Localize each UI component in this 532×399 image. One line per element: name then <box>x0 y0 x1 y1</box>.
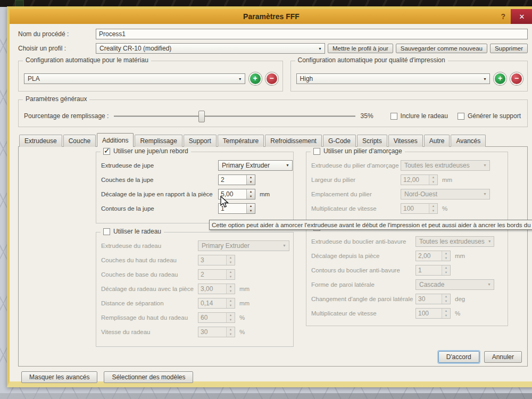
include-raft-checkbox[interactable] <box>390 113 397 120</box>
ooze-outlines-stepper: 1 ▲▼ <box>415 265 451 276</box>
save-as-new-button[interactable]: Sauvegarder comme nouveau <box>396 44 487 53</box>
skirt-layers-stepper[interactable]: 2 ▲▼ <box>218 174 255 185</box>
pillar-location-value: Nord-Ouest <box>404 190 437 198</box>
chevron-down-icon: ▼ <box>483 77 487 81</box>
footer-row: Masquer les avancés Sélectionner des mod… <box>18 371 528 383</box>
general-settings-group: Paramètres généraux Pourcentage de rempl… <box>18 99 528 127</box>
tab-autre[interactable]: Autre <box>424 135 450 147</box>
chevron-down-icon: ▼ <box>487 282 491 286</box>
hide-advanced-button[interactable]: Masquer les avancés <box>21 371 97 383</box>
pillar-extruder-label: Extrudeuse du pilier d'amorçage <box>311 162 401 169</box>
material-select[interactable]: PLA ▼ <box>24 73 245 84</box>
mouse-cursor <box>219 196 231 209</box>
ooze-offset-stepper: 2,00 ▲▼ <box>415 251 451 261</box>
dialog-title: Paramètres FFF <box>243 12 300 21</box>
help-icon[interactable]: ? <box>501 9 505 24</box>
pillar-group-title: Utiliser un pilier d'amorçage <box>323 147 402 155</box>
profile-select[interactable]: Creality CR-10 (modified) ▼ <box>96 43 325 54</box>
tab-temperature[interactable]: Température <box>218 135 264 147</box>
pillar-extruder-value: Toutes les extrudeuses <box>404 162 470 169</box>
generate-support-option[interactable]: Générer le support <box>458 112 521 120</box>
remove-quality-button[interactable]: − <box>510 72 523 85</box>
spinner-down-icon[interactable]: ▼ <box>247 194 255 199</box>
chevron-down-icon: ▼ <box>318 47 322 51</box>
spinner-up-icon: ▲ <box>429 204 437 209</box>
tab-remplissage[interactable]: Remplissage <box>135 135 182 147</box>
unit-label: mm <box>239 300 250 306</box>
slider-handle[interactable] <box>198 111 205 122</box>
generate-support-checkbox[interactable] <box>458 113 464 120</box>
photo-of-monitor: Paramètres FFF ? ✕ Nom du procédé : Choi… <box>0 0 532 399</box>
skirt-group-caption: Utiliser une jupe/un rebord <box>101 147 191 155</box>
slider-track[interactable] <box>114 115 355 117</box>
update-profile-button[interactable]: Mettre le profil à jour <box>328 44 393 53</box>
tab-couche[interactable]: Couche <box>63 135 96 147</box>
fff-settings-dialog: Paramètres FFF ? ✕ Nom du procédé : Choi… <box>7 6 532 387</box>
spinner-up-icon: ▲ <box>442 251 450 256</box>
tab-avances[interactable]: Avancés <box>451 135 486 147</box>
add-material-button[interactable]: + <box>249 72 262 85</box>
spinner-up-icon: ▲ <box>227 255 235 260</box>
include-raft-option[interactable]: Inclure le radeau <box>390 112 448 120</box>
setting-row: Emplacement du pilier Nord-Ouest ▼ <box>306 187 508 201</box>
tab-gcode[interactable]: G-Code <box>323 135 356 147</box>
raft-group-title: Utiliser le radeau <box>113 228 161 235</box>
spinner-down-icon: ▼ <box>227 289 235 294</box>
pillar-checkbox[interactable] <box>313 148 320 155</box>
tab-extrudeuse[interactable]: Extrudeuse <box>19 135 62 147</box>
cancel-button[interactable]: Annuler <box>484 351 522 363</box>
pillar-width-value: 12,00 <box>401 175 429 185</box>
setting-row: Distance de séparation 0,14 ▲▼ mm <box>96 296 293 310</box>
spinner-up-icon: ▲ <box>227 327 235 332</box>
spinner-up-icon[interactable]: ▲ <box>247 175 255 180</box>
raft-group: Utiliser le radeau Extrudeuse du radeau … <box>96 232 294 347</box>
spinner-down-icon: ▼ <box>227 275 235 279</box>
skirt-group-title: Utiliser une jupe/un rebord <box>113 147 188 155</box>
spinner-up-icon[interactable]: ▲ <box>247 189 255 194</box>
spinner-up-icon[interactable]: ▲ <box>247 204 255 209</box>
delete-profile-button[interactable]: Supprimer <box>490 44 528 53</box>
ooze-extruder-value: Toutes les extrudeuses <box>419 238 485 245</box>
infill-slider[interactable] <box>114 111 355 121</box>
ok-button[interactable]: D'accord <box>438 351 479 363</box>
pillar-location-label: Emplacement du pilier <box>311 191 401 197</box>
select-models-button[interactable]: Sélectionner des modèles <box>104 371 193 383</box>
tab-scripts[interactable]: Scripts <box>357 135 387 147</box>
tab-refroidissement[interactable]: Refroidissement <box>265 135 322 147</box>
spinner-down-icon: ▼ <box>227 332 235 337</box>
spinner-down-icon: ▼ <box>442 313 450 318</box>
spinner-down-icon[interactable]: ▼ <box>247 180 255 185</box>
title-bar[interactable]: Paramètres FFF ? ✕ <box>10 9 532 24</box>
skirt-extruder-select[interactable]: Primary Extruder ▼ <box>218 160 293 171</box>
quality-group: Configuration automatique pour qualité d… <box>290 61 528 92</box>
tab-vitesses[interactable]: Vitesses <box>388 135 423 147</box>
tab-additions[interactable]: Additions <box>97 133 134 147</box>
skirt-checkbox[interactable] <box>103 148 110 155</box>
spinner-up-icon: ▲ <box>442 309 450 313</box>
raft-checkbox[interactable] <box>103 228 110 235</box>
raft-top-layers-stepper: 3 ▲▼ <box>198 255 235 265</box>
skirt-extruder-label: Extrudeuse de jupe <box>101 162 218 169</box>
spinner-up-icon: ▲ <box>442 265 450 270</box>
raft-speed-label: Vitesse du radeau <box>101 329 198 335</box>
add-quality-button[interactable]: + <box>494 72 506 85</box>
process-name-input[interactable] <box>96 29 528 39</box>
spinner-down-icon[interactable]: ▼ <box>247 209 255 213</box>
skirt-outlines-label: Contours de la jupe <box>101 205 218 212</box>
pillar-speed-label: Multiplicateur de vitesse <box>311 205 401 212</box>
setting-row: Forme de paroi latérale Cascade ▼ <box>306 277 508 292</box>
quality-select[interactable]: High ▼ <box>296 73 490 84</box>
setting-row: Multiplicateur de vitesse 100 ▲▼ % <box>306 201 508 215</box>
raft-offset-stepper: 3,00 ▲▼ <box>198 284 235 294</box>
spinner-up-icon: ▲ <box>227 298 235 303</box>
remove-material-button[interactable]: − <box>265 72 278 85</box>
tab-support[interactable]: Support <box>184 135 217 147</box>
chevron-down-icon: ▼ <box>238 77 242 81</box>
setting-row: Décalage de la jupe en rapport à la pièc… <box>96 187 293 201</box>
dialog-action-buttons: D'accord Annuler <box>438 351 522 363</box>
skirt-extruder-value: Primary Extruder <box>222 162 270 169</box>
unit-label: deg <box>455 296 465 302</box>
skirt-layers-value: 2 <box>219 175 246 185</box>
unit-label: mm <box>260 191 270 197</box>
close-icon[interactable]: ✕ <box>511 9 532 24</box>
